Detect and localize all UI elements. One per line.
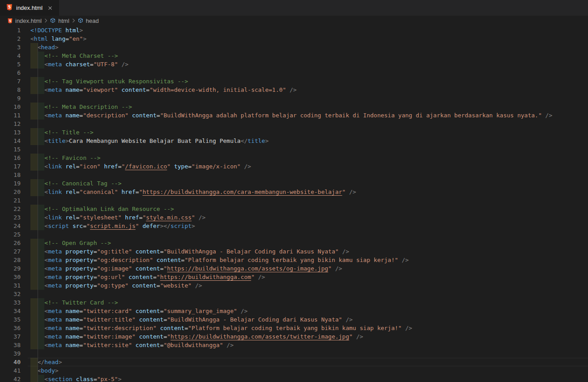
line-number[interactable]: 27 (0, 247, 30, 256)
line-number[interactable]: 31 (0, 281, 30, 290)
link-token[interactable]: /favicon.ico (125, 163, 167, 170)
code-line[interactable]: 42 <section class="px-5"> (0, 375, 588, 382)
line-number[interactable]: 14 (0, 137, 30, 145)
line-number[interactable]: 6 (0, 69, 30, 77)
line-number[interactable]: 12 (0, 120, 30, 128)
line-number[interactable]: 28 (0, 256, 30, 264)
indent-highlight-level1 (30, 103, 38, 111)
code-line[interactable]: 22 <!-- Optimalkan Link dan Resource --> (0, 205, 588, 213)
link-token[interactable]: style.min.css (146, 214, 192, 221)
code-line[interactable]: 24 <script src="script.min.js" defer></s… (0, 222, 588, 230)
code-line[interactable]: 36 <meta name="twitter:description" cont… (0, 324, 588, 332)
tab-index-html[interactable]: 5 index.html (0, 0, 60, 16)
line-number[interactable]: 7 (0, 77, 30, 86)
line-number[interactable]: 24 (0, 222, 30, 230)
code-token: < (44, 308, 48, 314)
code-line[interactable]: 41 <body> (0, 366, 588, 375)
line-number[interactable]: 3 (0, 43, 30, 52)
line-number[interactable]: 9 (0, 94, 30, 103)
code-line[interactable]: 9 (0, 94, 588, 103)
line-number[interactable]: 35 (0, 315, 30, 324)
code-line[interactable]: 4 <!-- Meta Charset --> (0, 52, 588, 60)
code-line[interactable]: 13 <!-- Title --> (0, 128, 588, 137)
code-line[interactable]: 14 <title>Cara Membangun Website Belajar… (0, 137, 588, 145)
code-line[interactable]: 16 <!-- Favicon --> (0, 154, 588, 162)
code-line[interactable]: 37 <meta name="twitter:image" content="h… (0, 332, 588, 341)
link-token[interactable]: script.min.js (90, 223, 136, 229)
line-number[interactable]: 39 (0, 349, 30, 358)
breadcrumb-item-head[interactable]: head (77, 17, 99, 24)
line-number[interactable]: 16 (0, 154, 30, 162)
code-line[interactable]: 20 <link rel="canonical" href="https://b… (0, 188, 588, 196)
code-line[interactable]: 8 <meta name="viewport" content="width=d… (0, 86, 588, 94)
line-number[interactable]: 1 (0, 26, 30, 34)
line-number[interactable]: 21 (0, 196, 30, 205)
code-line[interactable]: 12 (0, 120, 588, 128)
line-number[interactable]: 37 (0, 332, 30, 341)
code-line[interactable]: 2<html lang="en"> (0, 34, 588, 43)
code-line[interactable]: 25 (0, 230, 588, 239)
link-token[interactable]: https://buildwithangga.com/assets/twitte… (170, 333, 349, 340)
breadcrumb-item-html[interactable]: html (50, 17, 69, 24)
code-token: content (139, 316, 164, 323)
code-line[interactable]: 35 <meta name="twitter:title" content="B… (0, 315, 588, 324)
line-number[interactable]: 36 (0, 324, 30, 332)
code-line[interactable]: 40 </head> (0, 358, 588, 366)
code-line[interactable]: 27 <meta property="og:title" content="Bu… (0, 247, 588, 256)
code-line[interactable]: 3 <head> (0, 43, 588, 52)
line-number[interactable]: 8 (0, 86, 30, 94)
code-line[interactable]: 1<!DOCTYPE html> (0, 26, 588, 34)
code-line[interactable]: 26 <!-- Open Graph --> (0, 239, 588, 247)
line-number[interactable]: 32 (0, 290, 30, 298)
code-line[interactable]: 34 <meta name="twitter:card" content="su… (0, 307, 588, 315)
code-line[interactable]: 5 <meta charset="UTF-8" /> (0, 60, 588, 69)
code-line[interactable]: 15 (0, 145, 588, 154)
code-line[interactable]: 33 <!-- Twitter Card --> (0, 298, 588, 307)
link-token[interactable]: https://buildwithangga.com/assets/og-ima… (167, 265, 328, 272)
line-number[interactable]: 20 (0, 188, 30, 196)
code-line[interactable]: 28 <meta property="og:description" conte… (0, 256, 588, 264)
line-number[interactable]: 5 (0, 60, 30, 69)
line-number[interactable]: 19 (0, 179, 30, 188)
line-number[interactable]: 33 (0, 298, 30, 307)
code-line[interactable]: 29 <meta property="og:image" content="ht… (0, 264, 588, 273)
code-line[interactable]: 19 <!-- Canonical Tag --> (0, 179, 588, 188)
line-number[interactable]: 41 (0, 366, 30, 375)
code-line[interactable]: 39 (0, 349, 588, 358)
line-number[interactable]: 25 (0, 230, 30, 239)
line-number[interactable]: 34 (0, 307, 30, 315)
code-editor[interactable]: 1<!DOCTYPE html>2<html lang="en">3 <head… (0, 26, 588, 382)
line-number[interactable]: 40 (0, 358, 30, 366)
link-token[interactable]: https://buildwithangga.com/cara-membangu… (142, 189, 342, 195)
line-number[interactable]: 42 (0, 375, 30, 382)
code-line[interactable]: 21 (0, 196, 588, 205)
link-token[interactable]: https://buildwithangga.com (160, 274, 251, 280)
code-line[interactable]: 23 <link rel="stylesheet" href="style.mi… (0, 213, 588, 222)
line-number[interactable]: 4 (0, 52, 30, 60)
code-line[interactable]: 31 <meta property="og:type" content="web… (0, 281, 588, 290)
code-line[interactable]: 7 <!-- Tag Viewport untuk Responsivitas … (0, 77, 588, 86)
line-number[interactable]: 11 (0, 111, 30, 120)
code-line[interactable]: 17 <link rel="icon" href="/favicon.ico" … (0, 162, 588, 171)
code-line[interactable]: 30 <meta property="og:url" content="http… (0, 273, 588, 281)
code-line[interactable]: 38 <meta name="twitter:site" content="@b… (0, 341, 588, 349)
close-icon[interactable] (46, 4, 55, 13)
line-number[interactable]: 13 (0, 128, 30, 137)
line-number[interactable]: 23 (0, 213, 30, 222)
line-number[interactable]: 15 (0, 145, 30, 154)
line-number[interactable]: 17 (0, 162, 30, 171)
line-number[interactable]: 22 (0, 205, 30, 213)
line-number[interactable]: 26 (0, 239, 30, 247)
code-line[interactable]: 32 (0, 290, 588, 298)
line-number[interactable]: 10 (0, 103, 30, 111)
code-line[interactable]: 11 <meta name="description" content="Bui… (0, 111, 588, 120)
line-number[interactable]: 29 (0, 264, 30, 273)
line-number[interactable]: 18 (0, 171, 30, 179)
line-number[interactable]: 2 (0, 34, 30, 43)
line-number[interactable]: 38 (0, 341, 30, 349)
code-line[interactable]: 6 (0, 69, 588, 77)
line-number[interactable]: 30 (0, 273, 30, 281)
code-line[interactable]: 18 (0, 171, 588, 179)
breadcrumb-item-file[interactable]: 5 index.html (7, 17, 42, 24)
code-line[interactable]: 10 <!-- Meta Description --> (0, 103, 588, 111)
